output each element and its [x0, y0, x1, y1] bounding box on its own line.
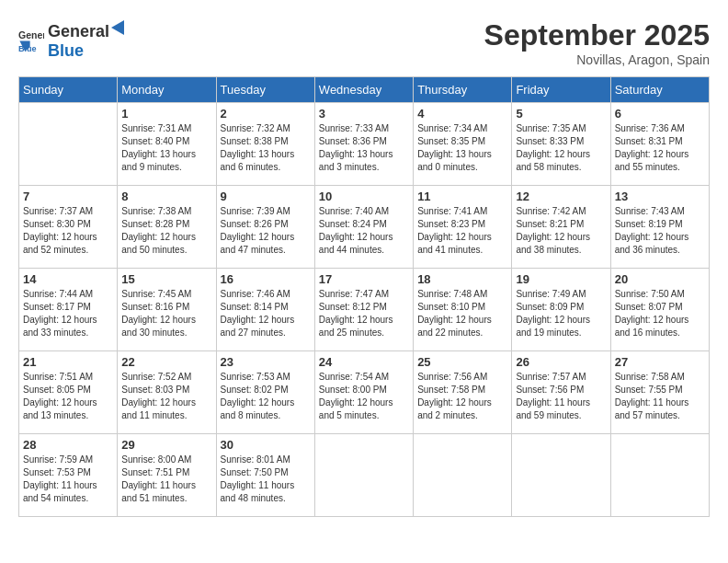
day-info: Sunrise: 7:34 AMSunset: 8:35 PMDaylight:… [417, 122, 507, 174]
day-number: 8 [121, 190, 211, 203]
day-info: Sunrise: 8:01 AMSunset: 7:50 PMDaylight:… [221, 454, 311, 505]
day-info: Sunrise: 7:50 AMSunset: 8:07 PMDaylight:… [615, 288, 705, 339]
calendar-cell: 4Sunrise: 7:34 AMSunset: 8:35 PMDaylight… [414, 103, 512, 186]
calendar-week-row: 21Sunrise: 7:51 AMSunset: 8:05 PMDayligh… [19, 351, 710, 434]
page-header: General Blue General Blue September 2025… [18, 18, 710, 67]
weekday-header: Wednesday [314, 77, 413, 103]
day-info: Sunrise: 7:49 AMSunset: 8:09 PMDaylight:… [516, 288, 606, 339]
calendar-cell: 10Sunrise: 7:40 AMSunset: 8:24 PMDayligh… [314, 186, 413, 269]
day-number: 21 [23, 355, 113, 369]
weekday-header: Sunday [19, 77, 118, 103]
logo-blue-text: Blue [48, 41, 84, 60]
day-number: 19 [516, 272, 606, 286]
logo-icon: General Blue [18, 27, 44, 52]
svg-marker-3 [111, 20, 124, 35]
calendar-cell: 17Sunrise: 7:47 AMSunset: 8:12 PMDayligh… [314, 269, 413, 351]
day-info: Sunrise: 7:46 AMSunset: 8:14 PMDaylight:… [221, 288, 311, 339]
calendar-cell: 5Sunrise: 7:35 AMSunset: 8:33 PMDaylight… [512, 103, 610, 186]
day-number: 16 [221, 272, 311, 286]
day-info: Sunrise: 7:47 AMSunset: 8:12 PMDaylight:… [319, 288, 409, 339]
day-info: Sunrise: 7:51 AMSunset: 8:05 PMDaylight:… [23, 371, 113, 422]
calendar-cell: 12Sunrise: 7:42 AMSunset: 8:21 PMDayligh… [512, 186, 610, 269]
weekday-header: Thursday [414, 77, 512, 103]
day-info: Sunrise: 7:54 AMSunset: 8:00 PMDaylight:… [319, 371, 409, 422]
day-number: 26 [516, 355, 606, 369]
day-info: Sunrise: 7:38 AMSunset: 8:28 PMDaylight:… [121, 205, 211, 257]
day-info: Sunrise: 7:45 AMSunset: 8:16 PMDaylight:… [121, 288, 211, 339]
calendar-cell [610, 434, 709, 517]
day-number: 11 [417, 190, 507, 203]
day-info: Sunrise: 7:53 AMSunset: 8:02 PMDaylight:… [221, 371, 311, 422]
day-number: 1 [121, 107, 211, 121]
day-info: Sunrise: 7:57 AMSunset: 7:56 PMDaylight:… [516, 371, 606, 422]
day-number: 4 [417, 107, 507, 121]
calendar-table: SundayMondayTuesdayWednesdayThursdayFrid… [18, 76, 710, 517]
calendar-cell: 16Sunrise: 7:46 AMSunset: 8:14 PMDayligh… [216, 269, 314, 351]
day-number: 12 [516, 190, 606, 203]
calendar-cell: 3Sunrise: 7:33 AMSunset: 8:36 PMDaylight… [314, 103, 413, 186]
day-info: Sunrise: 8:00 AMSunset: 7:51 PMDaylight:… [121, 454, 211, 505]
day-info: Sunrise: 7:48 AMSunset: 8:10 PMDaylight:… [417, 288, 507, 339]
calendar-week-row: 7Sunrise: 7:37 AMSunset: 8:30 PMDaylight… [19, 186, 710, 269]
calendar-cell: 18Sunrise: 7:48 AMSunset: 8:10 PMDayligh… [414, 269, 512, 351]
day-number: 2 [221, 107, 311, 121]
weekday-header: Saturday [610, 77, 709, 103]
day-info: Sunrise: 7:40 AMSunset: 8:24 PMDaylight:… [319, 205, 409, 257]
day-info: Sunrise: 7:41 AMSunset: 8:23 PMDaylight:… [417, 205, 507, 257]
logo: General Blue General Blue [18, 18, 130, 61]
weekday-header: Monday [118, 77, 216, 103]
calendar-cell: 22Sunrise: 7:52 AMSunset: 8:03 PMDayligh… [118, 351, 216, 434]
logo-general-text: General [48, 22, 109, 41]
calendar-week-row: 28Sunrise: 7:59 AMSunset: 7:53 PMDayligh… [19, 434, 710, 517]
calendar-cell: 13Sunrise: 7:43 AMSunset: 8:19 PMDayligh… [610, 186, 709, 269]
calendar-cell: 9Sunrise: 7:39 AMSunset: 8:26 PMDaylight… [216, 186, 314, 269]
weekday-header-row: SundayMondayTuesdayWednesdayThursdayFrid… [19, 77, 710, 103]
calendar-cell: 30Sunrise: 8:01 AMSunset: 7:50 PMDayligh… [216, 434, 314, 517]
day-number: 24 [319, 355, 409, 369]
day-info: Sunrise: 7:43 AMSunset: 8:19 PMDaylight:… [615, 205, 705, 257]
day-number: 6 [615, 107, 705, 121]
day-number: 27 [615, 355, 705, 369]
calendar-cell: 29Sunrise: 8:00 AMSunset: 7:51 PMDayligh… [118, 434, 216, 517]
day-number: 28 [23, 438, 113, 452]
day-info: Sunrise: 7:52 AMSunset: 8:03 PMDaylight:… [121, 371, 211, 422]
calendar-week-row: 14Sunrise: 7:44 AMSunset: 8:17 PMDayligh… [19, 269, 710, 351]
day-info: Sunrise: 7:35 AMSunset: 8:33 PMDaylight:… [516, 122, 606, 174]
day-info: Sunrise: 7:56 AMSunset: 7:58 PMDaylight:… [417, 371, 507, 422]
day-info: Sunrise: 7:58 AMSunset: 7:55 PMDaylight:… [615, 371, 705, 422]
day-number: 15 [121, 272, 211, 286]
weekday-header: Friday [512, 77, 610, 103]
calendar-cell: 6Sunrise: 7:36 AMSunset: 8:31 PMDaylight… [610, 103, 709, 186]
day-number: 3 [319, 107, 409, 121]
calendar-cell [414, 434, 512, 517]
day-number: 5 [516, 107, 606, 121]
calendar-cell: 19Sunrise: 7:49 AMSunset: 8:09 PMDayligh… [512, 269, 610, 351]
calendar-cell [512, 434, 610, 517]
calendar-cell: 14Sunrise: 7:44 AMSunset: 8:17 PMDayligh… [19, 269, 118, 351]
day-number: 18 [417, 272, 507, 286]
day-info: Sunrise: 7:42 AMSunset: 8:21 PMDaylight:… [516, 205, 606, 257]
day-info: Sunrise: 7:32 AMSunset: 8:38 PMDaylight:… [221, 122, 311, 174]
calendar-cell: 2Sunrise: 7:32 AMSunset: 8:38 PMDaylight… [216, 103, 314, 186]
day-number: 7 [23, 190, 113, 203]
calendar-cell: 28Sunrise: 7:59 AMSunset: 7:53 PMDayligh… [19, 434, 118, 517]
calendar-cell: 11Sunrise: 7:41 AMSunset: 8:23 PMDayligh… [414, 186, 512, 269]
day-number: 20 [615, 272, 705, 286]
day-number: 13 [615, 190, 705, 203]
day-info: Sunrise: 7:44 AMSunset: 8:17 PMDaylight:… [23, 288, 113, 339]
day-number: 9 [221, 190, 311, 203]
day-number: 14 [23, 272, 113, 286]
calendar-cell [19, 103, 118, 186]
calendar-cell: 27Sunrise: 7:58 AMSunset: 7:55 PMDayligh… [610, 351, 709, 434]
day-number: 17 [319, 272, 409, 286]
title-block: September 2025 Novillas, Aragon, Spain [484, 18, 710, 67]
location-subtitle: Novillas, Aragon, Spain [484, 52, 710, 67]
calendar-cell: 15Sunrise: 7:45 AMSunset: 8:16 PMDayligh… [118, 269, 216, 351]
calendar-cell: 21Sunrise: 7:51 AMSunset: 8:05 PMDayligh… [19, 351, 118, 434]
day-info: Sunrise: 7:31 AMSunset: 8:40 PMDaylight:… [121, 122, 211, 174]
day-number: 23 [221, 355, 311, 369]
day-number: 25 [417, 355, 507, 369]
logo-arrow-icon [111, 18, 130, 37]
calendar-cell: 24Sunrise: 7:54 AMSunset: 8:00 PMDayligh… [314, 351, 413, 434]
weekday-header: Tuesday [216, 77, 314, 103]
